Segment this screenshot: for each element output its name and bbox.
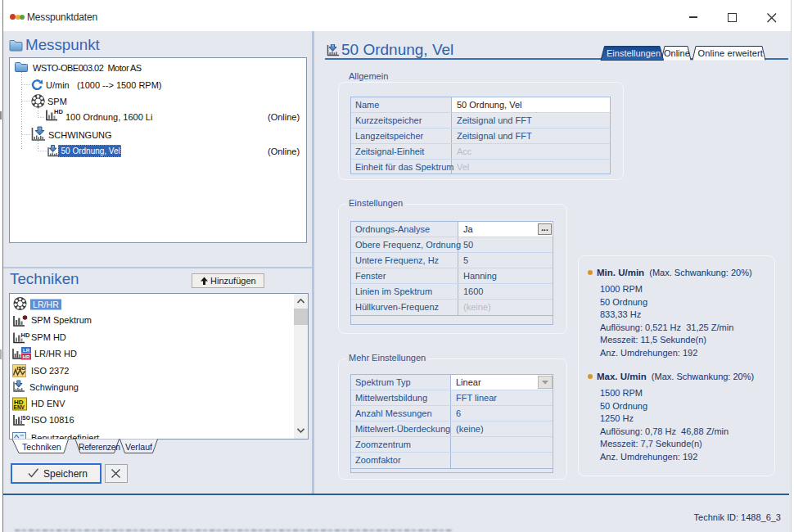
- svg-text:ISO 10816: ISO 10816: [31, 415, 74, 425]
- svg-text:HD: HD: [21, 331, 30, 339]
- svg-text:WSTO-OBE003.02 Motor AS: WSTO-OBE003.02 Motor AS: [33, 63, 142, 73]
- svg-text:Online: Online: [664, 48, 690, 58]
- svg-text:Techniken: Techniken: [22, 442, 61, 452]
- svg-text:Online erweitert: Online erweitert: [698, 48, 763, 58]
- svg-text:ISO: ISO: [21, 415, 30, 421]
- svg-text:U/min (1000 --> 1500 RPM): U/min (1000 --> 1500 RPM): [46, 80, 162, 90]
- svg-text:SCHWINGUNG: SCHWINGUNG: [48, 130, 112, 140]
- svg-text:HD ENV: HD ENV: [31, 399, 65, 408]
- svg-text:SPM Spektrum: SPM Spektrum: [31, 315, 92, 325]
- svg-text:50 Ordnung, Vel: 50 Ordnung, Vel: [61, 147, 120, 156]
- svg-text:Verlauf: Verlauf: [125, 442, 152, 452]
- svg-text:SPM HD: SPM HD: [31, 332, 66, 342]
- svg-text:HD: HD: [54, 108, 63, 115]
- svg-text:Schwingung: Schwingung: [29, 382, 79, 392]
- svg-text:LR: LR: [23, 348, 30, 353]
- svg-text:ISO: ISO: [17, 365, 26, 371]
- svg-text:(Online): (Online): [268, 112, 300, 122]
- svg-text:(Online): (Online): [268, 147, 300, 156]
- svg-text:100 Ordnung, 1600 Li: 100 Ordnung, 1600 Li: [65, 112, 152, 122]
- svg-text:ISO 2372: ISO 2372: [31, 366, 69, 376]
- svg-text:Benutzerdefiniert: Benutzerdefiniert: [31, 433, 99, 439]
- svg-text:SPM: SPM: [47, 97, 67, 106]
- svg-text:Referenzen: Referenzen: [79, 443, 120, 452]
- svg-text:ENV: ENV: [14, 404, 25, 410]
- svg-text:LR/HR HD: LR/HR HD: [34, 349, 77, 358]
- svg-text:Einstellungen: Einstellungen: [607, 48, 661, 58]
- svg-text:HR: HR: [23, 354, 30, 359]
- svg-text:LR/HR: LR/HR: [33, 300, 59, 309]
